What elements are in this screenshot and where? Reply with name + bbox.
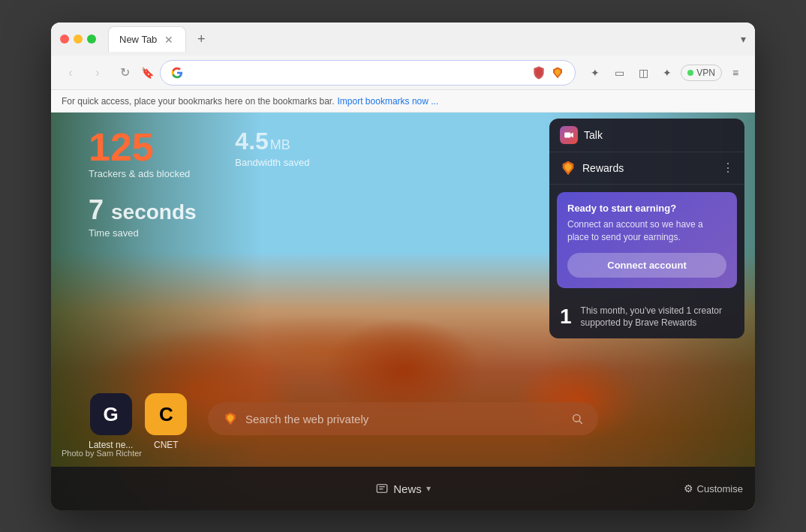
time-saved-stat: 7 seconds Time saved	[89, 194, 309, 239]
customise-icon: ⚙	[684, 482, 693, 494]
news-toggle[interactable]: News ▾	[366, 477, 440, 500]
rewards-header: Rewards ⋮	[549, 152, 744, 185]
stars-button[interactable]: ✦	[657, 62, 678, 83]
bandwidth-amount: 4.5MB	[235, 128, 309, 155]
rewards-card-desc: Connect an account so we have a place to…	[567, 218, 726, 244]
news-chevron-icon: ▾	[426, 483, 431, 494]
creator-row: 1 This month, you've visited 1 creator s…	[549, 296, 744, 339]
talk-video-icon	[564, 130, 574, 140]
vpn-button[interactable]: VPN	[681, 65, 722, 81]
search-input[interactable]	[245, 413, 564, 425]
customise-button[interactable]: ⚙ Customise	[684, 482, 743, 494]
svg-rect-3	[377, 485, 387, 493]
tab-close-button[interactable]: ✕	[163, 34, 175, 46]
toolbar-icons: ✦ ▭ ◫ ✦ VPN ≡	[585, 62, 746, 83]
cnet-icon: C	[145, 393, 187, 435]
close-button[interactable]	[60, 35, 69, 44]
browser-window: New Tab ✕ + ▾ ‹ › ↻ 🔖	[51, 23, 755, 510]
wallet-button[interactable]: ◫	[633, 62, 654, 83]
rewards-card: Ready to start earning? Connect an accou…	[557, 192, 737, 288]
back-button[interactable]: ‹	[60, 62, 81, 83]
rewards-logo-icon	[560, 160, 576, 176]
news-label: News	[393, 482, 422, 495]
menu-button[interactable]: ≡	[725, 62, 746, 83]
tab-dropdown-button[interactable]: ▾	[741, 33, 746, 45]
connect-account-button[interactable]: Connect account	[567, 253, 726, 278]
bookmarks-text: For quick access, place your bookmarks h…	[62, 96, 335, 107]
brave-search-icon	[223, 411, 238, 426]
rewards-title: Rewards	[582, 162, 716, 174]
tab-label: New Tab	[119, 34, 157, 45]
maximize-button[interactable]	[87, 35, 96, 44]
bookmark-icon[interactable]: 🔖	[141, 67, 154, 79]
nav-bar: ‹ › ↻ 🔖 ✦ ▭	[51, 56, 755, 90]
shortcut-cnet[interactable]: C CNET	[145, 393, 187, 450]
address-bar[interactable]	[160, 60, 576, 86]
brave-rewards-icon	[551, 66, 564, 80]
search-bar	[208, 402, 598, 435]
news-icon	[375, 482, 389, 495]
search-bar-container	[208, 402, 598, 435]
minimize-button[interactable]	[74, 35, 83, 44]
cnet-label: CNET	[154, 440, 179, 450]
leo-icon-button[interactable]: ✦	[585, 62, 606, 83]
vpn-dot	[687, 70, 693, 76]
tab-bar: New Tab ✕ + ▾	[108, 26, 746, 52]
trackers-label: Trackers & ads blocked	[89, 168, 190, 179]
svg-point-0	[573, 415, 580, 422]
reload-button[interactable]: ↻	[114, 62, 135, 83]
bottom-bar: News ▾ ⚙ Customise	[51, 467, 755, 510]
svg-line-1	[579, 421, 582, 424]
shield-icon	[533, 66, 545, 80]
vpn-label: VPN	[696, 68, 715, 78]
svg-rect-2	[564, 133, 570, 138]
photo-credit: Photo by Sam Richter	[62, 449, 142, 458]
creator-text: This month, you've visited 1 creator sup…	[581, 305, 734, 330]
stats-section: 125 Trackers & ads blocked 4.5MB Bandwid…	[89, 128, 309, 239]
forward-button[interactable]: ›	[87, 62, 108, 83]
new-tab-button[interactable]: +	[191, 29, 212, 50]
customise-label: Customise	[697, 483, 743, 494]
rewards-card-title: Ready to start earning?	[567, 203, 726, 214]
trackers-count: 125	[89, 128, 190, 167]
shortcut-guardian[interactable]: G Latest ne...	[89, 393, 133, 450]
new-tab-content: 125 Trackers & ads blocked 4.5MB Bandwid…	[51, 113, 755, 510]
url-input[interactable]	[189, 67, 527, 78]
rewards-menu-button[interactable]: ⋮	[722, 162, 734, 174]
talk-icon	[560, 126, 578, 144]
import-bookmarks-link[interactable]: Import bookmarks now ...	[338, 96, 439, 107]
sidebar-button[interactable]: ▭	[609, 62, 630, 83]
active-tab[interactable]: New Tab ✕	[108, 26, 186, 52]
title-bar: New Tab ✕ + ▾	[51, 23, 755, 56]
search-icon	[571, 413, 583, 425]
talk-label: Talk	[584, 129, 603, 141]
google-icon	[171, 67, 183, 79]
trackers-stat: 125 Trackers & ads blocked	[89, 128, 190, 179]
talk-header: Talk	[549, 119, 744, 152]
rewards-panel: Talk Rewards ⋮ Ready to start earning? C…	[549, 119, 744, 338]
time-label: Time saved	[89, 227, 309, 239]
bookmarks-bar: For quick access, place your bookmarks h…	[51, 90, 755, 113]
time-amount: 7 seconds	[89, 194, 309, 226]
guardian-icon: G	[90, 393, 132, 435]
shortcuts-container: G Latest ne... C CNET	[89, 393, 187, 450]
stats-row: 125 Trackers & ads blocked 4.5MB Bandwid…	[89, 128, 309, 179]
bandwidth-label: Bandwidth saved	[235, 157, 309, 168]
creator-number: 1	[560, 305, 572, 329]
traffic-lights	[60, 35, 96, 44]
bandwidth-stat: 4.5MB Bandwidth saved	[235, 128, 309, 168]
